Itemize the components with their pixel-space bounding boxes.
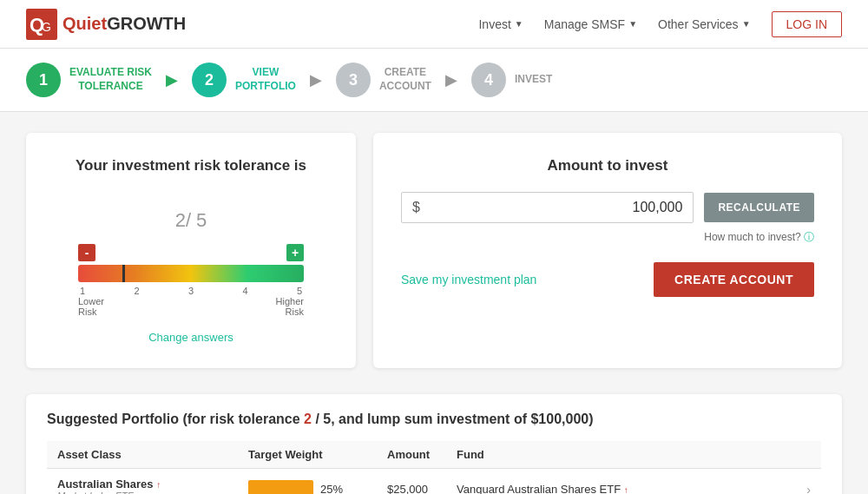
risk-extremes: LowerRisk HigherRisk	[78, 296, 304, 317]
col-header-amount: Amount	[377, 441, 446, 469]
steps-bar: 1 EVALUATE RISKTOLERANCE ▶ 2 VIEWPORTFOL…	[0, 49, 868, 112]
risk-bar-numbers: 1 2 3 4 5	[78, 286, 304, 296]
step-2-circle: 2	[192, 63, 227, 97]
asset-arrow-icon: ↑	[156, 480, 161, 490]
weight-label: 25%	[320, 483, 343, 494]
amount-cell: $25,000	[377, 469, 446, 495]
step-arrow-2-3: ▶	[310, 70, 322, 89]
step-3-label: CREATEACCOUNT	[379, 66, 431, 93]
logo-icon: Q G	[26, 9, 57, 40]
col-header-asset: Asset Class	[47, 441, 238, 469]
how-much-link[interactable]: ⓘ	[804, 231, 814, 243]
weight-cell: 25%	[238, 469, 377, 495]
step-1: 1 EVALUATE RISKTOLERANCE	[26, 63, 152, 97]
fund-chevron-icon: ›	[806, 483, 811, 495]
manage-smsf-arrow-icon: ▼	[628, 19, 637, 29]
how-much-text: How much to invest? ⓘ	[401, 230, 814, 245]
amount-card-title: Amount to invest	[401, 157, 814, 175]
amount-input[interactable]	[427, 200, 682, 215]
step-1-circle: 1	[26, 63, 61, 97]
step-3-circle: 3	[336, 63, 371, 97]
risk-plus-icon: +	[286, 244, 304, 261]
amount-input-wrapper: $	[401, 192, 694, 223]
portfolio-section: Suggested Portfolio (for risk tolerance …	[26, 394, 842, 494]
risk-score: 2/ 5	[54, 192, 328, 234]
recalculate-button[interactable]: RECALCULATE	[704, 193, 814, 222]
risk-minus-icon: -	[78, 244, 95, 261]
nav-other-services[interactable]: Other Services ▼	[658, 17, 751, 31]
main-nav: Invest ▼ Manage SMSF ▼ Other Services ▼ …	[478, 11, 842, 37]
step-2-label: VIEWPORTFOLIO	[235, 66, 296, 93]
step-1-label: EVALUATE RISKTOLERANCE	[69, 66, 152, 93]
step-4-label: INVEST	[515, 73, 552, 87]
logo-text: QuietGROWTH	[62, 14, 186, 34]
col-header-weight: Target Weight	[238, 441, 377, 469]
step-2: 2 VIEWPORTFOLIO	[192, 63, 296, 97]
action-row: Save my investment plan CREATE ACCOUNT	[401, 262, 814, 297]
risk-bar	[78, 265, 304, 282]
risk-card-title: Your investment risk tolerance is	[54, 157, 328, 175]
asset-cell: Australian Shares ↑Market Index ETF	[47, 469, 238, 495]
step-arrow-3-4: ▶	[445, 70, 457, 89]
step-4: 4 INVEST	[471, 63, 552, 97]
risk-bar-container: - + 1 2 3 4 5 LowerRisk HigherRisk	[78, 244, 304, 317]
logo: Q G QuietGROWTH	[26, 9, 186, 40]
amount-input-row: $ RECALCULATE	[401, 192, 814, 223]
col-header-fund: Fund	[446, 441, 821, 469]
create-account-button[interactable]: CREATE ACCOUNT	[654, 262, 814, 297]
save-plan-link[interactable]: Save my investment plan	[401, 273, 536, 287]
main-content: Your investment risk tolerance is 2/ 5 -…	[0, 112, 868, 494]
change-answers-link[interactable]: Change answers	[54, 331, 328, 344]
table-row[interactable]: Australian Shares ↑Market Index ETF 25% …	[47, 469, 821, 495]
svg-text:G: G	[42, 20, 51, 34]
nav-invest[interactable]: Invest ▼	[478, 17, 523, 31]
portfolio-table-header: Asset Class Target Weight Amount Fund	[47, 441, 821, 469]
fund-cell[interactable]: Vanguard Australian Shares ETF ↑ ›	[446, 469, 821, 495]
portfolio-table: Asset Class Target Weight Amount Fund Au…	[47, 441, 821, 494]
weight-bar	[248, 480, 313, 495]
risk-card: Your investment risk tolerance is 2/ 5 -…	[26, 133, 356, 368]
login-button[interactable]: LOG IN	[772, 11, 842, 37]
step-4-circle: 4	[471, 63, 506, 97]
amount-card: Amount to invest $ RECALCULATE How much …	[373, 133, 842, 368]
header: Q G QuietGROWTH Invest ▼ Manage SMSF ▼ O…	[0, 0, 868, 49]
other-services-arrow-icon: ▼	[742, 19, 751, 29]
step-3: 3 CREATEACCOUNT	[336, 63, 431, 97]
portfolio-title: Suggested Portfolio (for risk tolerance …	[47, 412, 821, 427]
portfolio-table-body: Australian Shares ↑Market Index ETF 25% …	[47, 469, 821, 495]
risk-bar-tick	[122, 265, 125, 282]
dollar-sign-icon: $	[412, 200, 420, 215]
step-arrow-1-2: ▶	[166, 70, 178, 89]
cards-row: Your investment risk tolerance is 2/ 5 -…	[26, 133, 842, 368]
risk-bar-labels-top: - +	[78, 244, 304, 261]
invest-arrow-icon: ▼	[515, 19, 523, 29]
nav-manage-smsf[interactable]: Manage SMSF ▼	[544, 17, 637, 31]
